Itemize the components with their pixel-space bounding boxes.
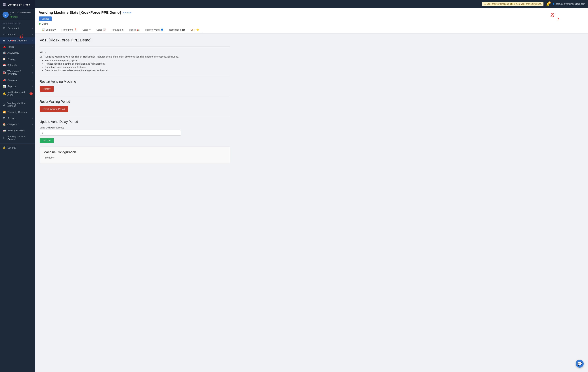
sidebar-item-refills[interactable]: 🚗 Refills › [0,44,35,50]
reset-section-title: Reset Waiting Period [40,100,230,104]
financial-icon: $ [122,28,124,31]
sidebar-item-company[interactable]: 🏠 Company › [0,121,35,127]
sidebar-item-label: Security [7,146,33,149]
tab-planogram[interactable]: Planogram ❓ [59,27,80,33]
stock-icon: ≡ [89,28,91,31]
topbar-user[interactable]: 👤 cara.cui@vendingontrack.com [552,3,585,5]
tab-notification[interactable]: Notification 0 [166,27,188,33]
chat-bubble[interactable]: 💬 [576,360,584,368]
tab-remote-vend[interactable]: Remote Vend 👤 [142,27,166,33]
chevron-icon: › [32,46,33,48]
sidebar-item-label: Product [7,117,31,120]
sidebar-item-label: Notifications and Alerts [7,91,28,96]
warning-text: Your browser timezone differs from your … [487,3,542,5]
sidebar-item-vm-groups[interactable]: ⊞ Vending Machine Groups [0,134,35,142]
settings-link[interactable]: Settings [123,11,131,14]
routing-icon: 🚛 [2,129,6,132]
sidebar-item-schedule[interactable]: 📅 Schedule › [0,62,35,68]
chevron-icon: › [32,64,33,66]
hamburger-icon[interactable]: ☰ [3,2,6,7]
chevron-icon: › [32,33,33,35]
sidebar-item-reports[interactable]: 📊 Reports › [0,83,35,89]
restart-section-title: Restart Vending Machine [40,80,230,83]
sidebar-item-label: Company [7,123,31,126]
vm-groups-icon: ⊞ [2,136,6,139]
sidebar-item-dashboard[interactable]: ⊞ Dashboard › [0,25,35,31]
user-email: cara.cui@vendingontrack.com [556,3,585,5]
vend-delay-input[interactable] [40,130,181,135]
machine-config-box: Machine Configuration Timezone: [40,146,230,163]
sidebar-item-security[interactable]: 🔒 Security [0,145,35,151]
status-row: Online [39,22,584,25]
refills-icon: 🚗 [2,45,6,48]
chevron-icon: › [32,79,33,81]
reset-waiting-period-button[interactable]: Reset Waiting Period [40,106,68,112]
tab-summary[interactable]: 📊 Summary [39,27,59,33]
sidebar-item-routing-bundles[interactable]: 🚛 Routing Bundles [0,127,35,134]
picking-icon: 📋 [2,58,6,61]
tabs-row: 📊 Summary Planogram ❓ Stock ≡ Sales 📈 Fi… [39,27,584,33]
chevron-icon: › [32,27,33,29]
update-button[interactable]: Update [40,138,54,143]
voti-section-title: VoTi [KioskForce PPE Demo] [40,38,230,42]
page-content: Vending Machine Stats [KioskForce PPE De… [35,8,588,372]
sidebar-item-product[interactable]: ⊞ Product › [0,115,35,121]
voti-content: VoTi [KioskForce PPE Demo] VoTi VoTi (Ve… [35,33,234,168]
timezone-warning: ⚠ Your browser timezone differs from you… [482,2,544,6]
restart-button[interactable]: Restart [40,86,54,92]
bullet-3: Operating Hours management features [45,66,230,68]
sidebar-item-telemetry[interactable]: 📶 Telemetry Devices [0,109,35,115]
voti-description: VoTi (Vending Machines with Vending on T… [40,55,230,58]
warehouse-icon: 🏭 [2,71,6,74]
chevron-icon: › [32,72,33,74]
status-text: Online [42,22,49,25]
service-badge[interactable]: Service [39,16,52,21]
sidebar-item-label: Vending Machine Settings [7,102,33,107]
telemetry-icon: 📶 [2,111,6,114]
summary-icon: 📊 [42,28,45,31]
sidebar-item-picking[interactable]: 📋 Picking › [0,56,35,62]
company-icon: 🏠 [2,123,6,126]
sidebar-item-label: Campaign [7,79,31,82]
page-title: Vending Machine Stats [KioskForce PPE De… [39,10,121,15]
chevron-icon: › [32,58,33,60]
bullet-1: Real-time remote pricing update [45,59,230,62]
product-icon: ⊞ [2,117,6,120]
tab-stock[interactable]: Stock ≡ [80,27,94,33]
vend-delay-group: Vend Delay (in second) [40,126,230,135]
notification-bell[interactable]: 🔔 1 [546,2,550,6]
notification-badge: 7 [30,93,33,95]
reports-icon: 📊 [2,85,6,88]
sidebar-item-label: Warehouse & Inventory [7,70,31,75]
security-icon: 🔒 [2,146,6,149]
sidebar-item-campaign[interactable]: 📣 Campaign › [0,77,35,83]
sidebar-section-label: MAIN NAVIGATION [0,20,35,25]
sidebar: ☰ Vending on Track C cara.cui@vendingont… [0,0,35,372]
bullet-2: Remote vending machine configuration and… [45,62,230,65]
schedule-icon: 📅 [2,64,6,67]
sidebar-item-buttons[interactable]: ✓ Buttons › [0,31,35,37]
sidebar-item-ai-advisory[interactable]: 🤖 AI Advisory [0,50,35,56]
tab-refills[interactable]: Refills 🚛 [126,27,142,33]
avatar: C [2,11,9,18]
sidebar-item-notifications[interactable]: 🔔 Notifications and Alerts 7 [0,89,35,98]
app-logo-text: Vending on Track [8,3,30,6]
tab-financial[interactable]: Financial $ [109,27,126,33]
sidebar-item-label: Buttons [7,33,31,36]
bell-badge: 1 [548,1,551,4]
sidebar-item-label: Vending Machines [7,39,31,42]
chevron-icon: › [32,123,33,125]
tab-voti[interactable]: VoTi ⭐ [188,27,202,33]
notification-tab-badge: 0 [182,29,185,31]
machine-config-title: Machine Configuration [43,150,226,154]
online-dot [10,16,12,18]
tab-sales[interactable]: Sales 📈 [94,27,109,33]
vending-machines-icon: 🖥 [2,39,6,42]
ai-advisory-icon: 🤖 [2,52,6,54]
main-area: ⚠ Your browser timezone differs from you… [35,0,588,372]
planogram-icon: ❓ [74,28,77,31]
sidebar-item-warehouse[interactable]: 🏭 Warehouse & Inventory › [0,68,35,77]
sidebar-item-vm-settings[interactable]: 🖨 Vending Machine Settings [0,100,35,109]
topbar-icons: 🔔 1 👤 cara.cui@vendingontrack.com [546,2,585,6]
sidebar-item-vending-machines[interactable]: 🖥 Vending Machines ‹ [0,37,35,44]
